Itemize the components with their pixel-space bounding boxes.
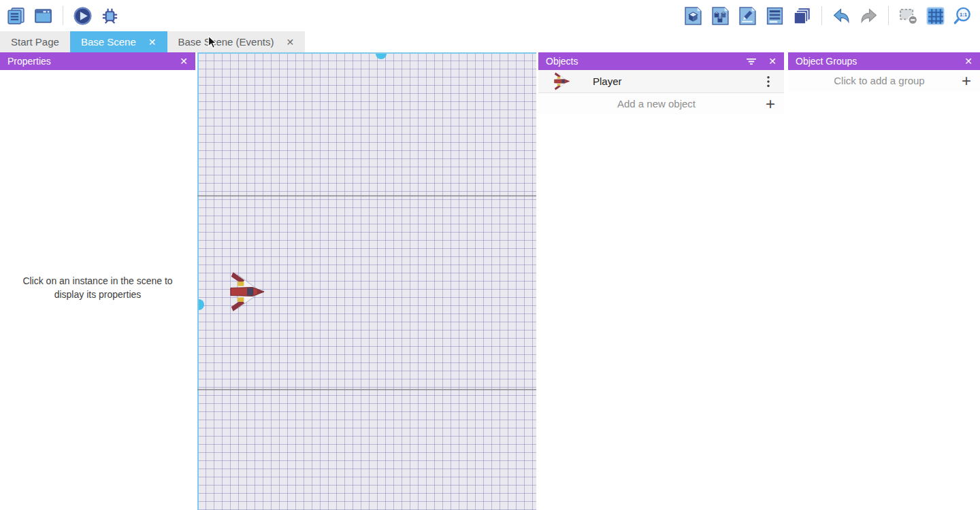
toolbar-separator <box>888 6 889 25</box>
toolbar-right-group: 1:1 <box>683 6 980 26</box>
objects-panel-title: Objects <box>546 56 578 67</box>
scene-guide-line-upper <box>197 195 536 197</box>
zoom-original-icon[interactable]: 1:1 <box>953 6 973 26</box>
add-object-label: Add a new object <box>547 98 766 109</box>
scene-resize-handle-top[interactable] <box>376 54 387 59</box>
play-icon[interactable] <box>73 6 93 26</box>
project-manager-icon[interactable] <box>6 6 26 26</box>
object-menu-dots-icon[interactable] <box>762 75 774 88</box>
object-groups-title: Object Groups <box>796 56 857 67</box>
close-properties-icon[interactable]: ✕ <box>180 56 188 67</box>
toggle-grid-icon[interactable] <box>926 6 945 26</box>
close-objects-icon[interactable]: ✕ <box>768 56 777 67</box>
tab-label: Base Scene (Events) <box>178 36 274 48</box>
tab-label: Base Scene <box>81 36 136 48</box>
top-toolbar: 1:1 <box>0 0 980 31</box>
scene-window-border-left <box>197 52 199 510</box>
tab-base-scene-events[interactable]: Base Scene (Events)✕ <box>167 31 306 52</box>
objects-panel-header: Objects ✕ <box>538 52 784 70</box>
properties-panel-title: Properties <box>7 56 51 67</box>
object-name: Player <box>593 75 762 87</box>
player-instance[interactable] <box>229 271 265 313</box>
toolbar-separator <box>821 6 822 25</box>
filter-icon[interactable] <box>746 57 757 66</box>
scene-canvas[interactable] <box>197 52 536 510</box>
properties-panel-header: Properties ✕ <box>0 52 195 70</box>
close-tab-icon[interactable]: ✕ <box>286 37 294 47</box>
scene-resize-handle-left[interactable] <box>199 299 204 310</box>
open-object-groups-icon[interactable] <box>710 6 730 26</box>
editor-main: Properties ✕ Click on an instance in the… <box>0 52 980 510</box>
open-layers-icon[interactable] <box>792 6 812 26</box>
object-thumbnail <box>553 72 570 90</box>
add-object-row[interactable]: Add a new object + <box>538 93 784 114</box>
close-groups-icon[interactable]: ✕ <box>964 56 973 67</box>
properties-empty-message: Click on an instance in the scene to dis… <box>0 274 195 301</box>
toolbar-left-group <box>0 6 120 26</box>
object-row-player[interactable]: Player <box>538 70 784 93</box>
close-tab-icon[interactable]: ✕ <box>148 37 157 47</box>
open-objects-panel-icon[interactable] <box>683 6 703 26</box>
tab-label: Start Page <box>11 36 59 48</box>
objects-list: Player <box>538 70 784 93</box>
object-groups-panel: Object Groups ✕ Click to add a group + <box>788 52 980 510</box>
add-group-label: Click to add a group <box>797 75 962 86</box>
open-instances-list-icon[interactable] <box>765 6 785 26</box>
add-group-plus-icon[interactable]: + <box>962 73 971 89</box>
properties-panel: Properties ✕ Click on an instance in the… <box>0 52 195 510</box>
tab-bar: Start PageBase Scene✕Base Scene (Events)… <box>0 31 980 52</box>
add-group-row[interactable]: Click to add a group + <box>788 70 980 91</box>
redo-icon[interactable] <box>859 6 879 26</box>
objects-panel: Objects ✕ Player Add a new object + <box>538 52 784 510</box>
delete-instances-icon[interactable] <box>898 6 918 26</box>
add-object-plus-icon[interactable]: + <box>766 96 775 112</box>
toolbar-separator <box>63 6 63 25</box>
tab-base-scene[interactable]: Base Scene✕ <box>70 31 167 52</box>
tab-start-page[interactable]: Start Page <box>0 31 70 52</box>
undo-icon[interactable] <box>832 6 851 26</box>
debug-icon[interactable] <box>100 6 120 26</box>
open-properties-icon[interactable] <box>738 6 757 26</box>
object-groups-panel-header: Object Groups ✕ <box>788 52 980 70</box>
scene-window-border-top <box>197 52 536 54</box>
scene-guide-line-lower <box>197 389 536 390</box>
svg-text:1:1: 1:1 <box>960 11 968 17</box>
start-page-icon[interactable] <box>33 6 53 26</box>
